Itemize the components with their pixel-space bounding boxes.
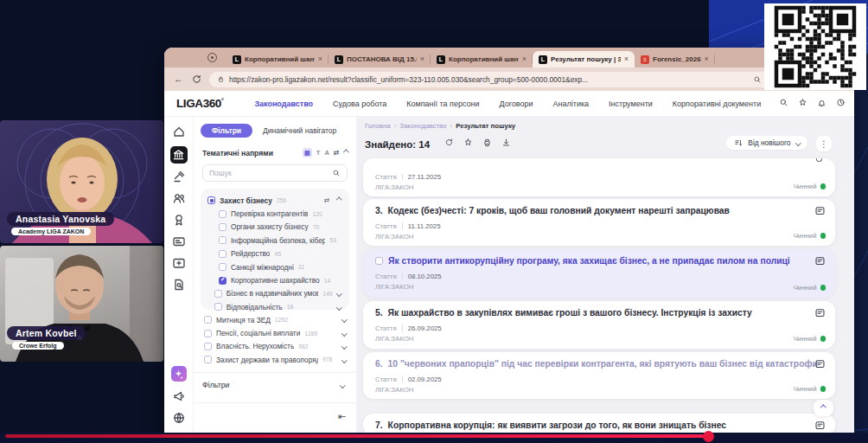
checkbox-icon[interactable] (214, 290, 222, 298)
progress-playhead[interactable] (703, 431, 714, 442)
menu-item-5[interactable]: Аналітика (553, 100, 590, 108)
menu-item-6[interactable]: Інструменти (609, 100, 653, 108)
collapse-panel-icon[interactable]: ⇤ (338, 411, 346, 422)
chevron-down-icon[interactable] (341, 357, 347, 363)
filter-tree-item[interactable]: Захист держави та правопорядок978 (201, 353, 349, 366)
result-card[interactable]: 6.10 "червоних прапорців" під час переві… (363, 352, 835, 399)
checkbox-icon[interactable] (219, 223, 227, 231)
courthouse-icon[interactable] (170, 146, 188, 164)
tab-close-icon[interactable]: × (420, 55, 424, 63)
filter-tree-item[interactable]: Рейдерство45 (204, 247, 344, 260)
filter-tree-item[interactable]: Санкції міжнародні31 (204, 260, 344, 273)
browser-tab[interactable]: LКорпоративний шантаж –× (431, 51, 533, 67)
reload-icon[interactable] (191, 74, 202, 85)
chevron-down-icon[interactable] (341, 318, 347, 323)
document-card-icon[interactable] (814, 205, 826, 216)
address-bar[interactable]: https://zakon-pro.ligazakon.net/result?c… (209, 72, 791, 87)
home-icon[interactable] (172, 125, 186, 138)
checkbox-icon[interactable] (204, 343, 212, 350)
star-icon[interactable] (798, 98, 807, 107)
tab-close-icon[interactable]: × (318, 55, 322, 63)
bell-icon[interactable] (817, 98, 827, 107)
filter-tree-item[interactable]: Митниця та ЗЕД1292 (201, 313, 349, 326)
result-title[interactable]: 5.Як шахрайство в закупівлях вимиває гро… (375, 308, 823, 318)
active-view-icon[interactable]: ▤ (303, 148, 312, 157)
a-view-icon[interactable]: А (324, 149, 329, 157)
card-add-icon[interactable] (172, 256, 186, 270)
result-card[interactable]: Стаття27.11.2025ЛІГА:ЗАКОНЧинний (363, 158, 835, 196)
url-text[interactable]: https://zakon-pro.ligazakon.net/result?c… (229, 75, 749, 84)
zoom-icon[interactable] (753, 75, 762, 84)
chevron-down-icon[interactable] (341, 343, 347, 349)
checkbox-icon[interactable] (219, 263, 227, 271)
checkbox-icon[interactable] (219, 236, 227, 244)
filter-tree-item[interactable]: Власність. Нерухомість982 (201, 340, 349, 353)
swap-icon[interactable]: ⇄ (334, 150, 340, 157)
filter-tree-item[interactable]: Пенсії, соціальні виплати1289 (201, 326, 349, 339)
checkbox-icon[interactable] (219, 210, 227, 218)
tab-close-icon[interactable]: × (522, 55, 527, 63)
filter-tree-item[interactable]: Перевірка контрагентів120 (204, 207, 344, 220)
checkbox-icon[interactable] (204, 330, 212, 337)
scroll-top-button[interactable] (814, 400, 833, 416)
checkbox-icon[interactable] (204, 316, 212, 324)
id-card-icon[interactable] (172, 234, 186, 248)
filter-search-input[interactable] (209, 169, 332, 177)
swap-icon[interactable]: ⇄ (324, 197, 330, 204)
checkbox-icon[interactable] (204, 356, 212, 363)
document-card-icon[interactable] (814, 255, 826, 266)
dynamic-navigator-tab[interactable]: Динамічний навігатор (263, 126, 336, 135)
back-icon[interactable]: ← (173, 74, 184, 85)
doc-search-icon[interactable] (172, 278, 186, 292)
t-view-icon[interactable]: Т (316, 149, 321, 157)
filter-tree-item[interactable]: Захист бізнесу256⇄ (204, 194, 344, 207)
result-card[interactable]: 3.Кодекс (без)честі: 7 кроків, щоб ваш г… (363, 199, 835, 246)
gavel-icon[interactable] (172, 170, 186, 183)
browser-tab[interactable]: LКорпоративний шантаж –× (227, 51, 329, 67)
checkbox-icon[interactable] (207, 196, 215, 204)
result-title[interactable]: Як створити антикорупційну програму, яка… (375, 256, 823, 266)
result-card[interactable]: 7.Корпоративна корупція: як виявити загр… (363, 414, 835, 433)
clock-icon[interactable] (836, 98, 846, 107)
document-card-icon[interactable] (814, 358, 826, 369)
checkbox-icon[interactable] (214, 303, 222, 311)
tab-close-icon[interactable]: × (624, 55, 629, 63)
filters-group-header[interactable]: Фільтри (194, 372, 356, 389)
people-icon[interactable] (172, 191, 186, 205)
search-icon[interactable] (779, 98, 788, 107)
ai-sparkles-icon[interactable] (171, 366, 187, 382)
menu-item-2[interactable]: Судова робота (333, 100, 386, 108)
filter-tree-item[interactable]: Органи захисту бізнесу70 (204, 221, 344, 234)
menu-item-4[interactable]: Договори (500, 100, 533, 108)
browser-tab[interactable]: ≡Forensic_2026× (635, 51, 715, 67)
document-card-icon[interactable] (814, 307, 826, 318)
filter-tree-item[interactable]: Бізнес в надзвичайних умовах149 (204, 287, 344, 300)
filters-tab[interactable]: Фільтри (201, 124, 252, 138)
filter-tree-item[interactable]: Корпоративне шахрайство14 (204, 273, 344, 286)
chevron-up-icon[interactable] (336, 198, 341, 203)
badge-icon[interactable] (172, 213, 186, 227)
result-title[interactable]: 6.10 "червоних прапорців" під час переві… (375, 359, 823, 369)
video-progress-bar[interactable] (0, 433, 868, 443)
result-card[interactable]: 5.Як шахрайство в закупівлях вимиває гро… (363, 301, 835, 349)
chevron-down-icon[interactable] (336, 305, 341, 310)
result-checkbox[interactable] (375, 257, 383, 265)
result-card[interactable]: Як створити антикорупційну програму, яка… (363, 249, 835, 298)
tab-close-icon[interactable]: × (705, 55, 709, 63)
result-title[interactable]: 3.Кодекс (без)честі: 7 кроків, щоб ваш г… (375, 206, 823, 216)
result-title[interactable]: 7.Корпоративна корупція: як виявити загр… (375, 421, 823, 431)
filter-tree-item[interactable]: Інформаційна безпека, кібербезпека53 (204, 234, 344, 247)
megaphone-icon[interactable] (172, 389, 186, 403)
menu-item-7[interactable]: Корпоративні документи (673, 100, 761, 108)
checkbox-icon[interactable] (219, 250, 227, 258)
menu-item-1[interactable]: Законодавство (254, 100, 313, 108)
collapse-section-icon[interactable] (343, 150, 348, 155)
menu-item-3[interactable]: Компанії та персони (406, 100, 479, 108)
globe-icon[interactable] (172, 411, 186, 425)
filter-tree-item[interactable]: Відповідальність16 (204, 300, 344, 313)
liga360-logo[interactable]: LIGA360° (176, 97, 223, 110)
document-card-icon[interactable] (814, 420, 826, 431)
browser-profile-icon[interactable] (207, 53, 217, 62)
chevron-down-icon[interactable] (336, 291, 341, 296)
chevron-down-icon[interactable] (341, 331, 347, 336)
